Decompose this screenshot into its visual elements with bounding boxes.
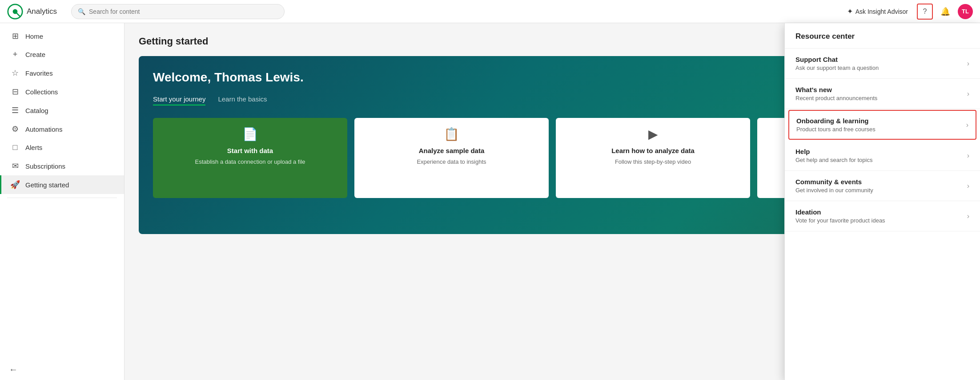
card-title-analyze-sample: Analyze sample data [419, 147, 485, 154]
card-icon-start-data: 📄 [242, 127, 258, 141]
card-title-learn-analyze: Learn how to analyze data [611, 147, 695, 154]
layout: ⊞ Home + Create ☆ Favorites ⊟ Collection… [0, 23, 980, 380]
sidebar-item-subscriptions[interactable]: ✉ Subscriptions [0, 157, 124, 175]
search-input[interactable] [89, 8, 278, 15]
rc-chevron-support-chat: › [967, 60, 969, 68]
sidebar-item-alerts[interactable]: □ Alerts [0, 138, 124, 157]
rc-title-community-events: Community & events [795, 178, 962, 186]
rc-title-ideation: Ideation [795, 208, 962, 216]
sidebar-icon-subscriptions: ✉ [10, 161, 20, 171]
topbar: Analytics 🔍 ✦ Ask Insight Advisor ? 🔔 TL [0, 0, 980, 23]
sidebar-label-subscriptions: Subscriptions [25, 162, 65, 170]
sidebar-icon-favorites: ☆ [10, 68, 20, 78]
rc-item-support-chat[interactable]: Support Chat Ask our support team a ques… [785, 49, 980, 79]
rc-item-onboarding-learning[interactable]: Onboarding & learning Product tours and … [788, 110, 976, 140]
sidebar-icon-getting-started: 🚀 [10, 180, 20, 190]
sidebar-label-catalog: Catalog [25, 107, 48, 114]
rc-content-support-chat: Support Chat Ask our support team a ques… [795, 56, 962, 71]
svg-line-2 [17, 13, 20, 16]
rc-chevron-whats-new: › [967, 90, 969, 98]
sidebar-label-alerts: Alerts [25, 144, 42, 151]
qlik-logo-svg [7, 4, 23, 20]
sidebar-label-favorites: Favorites [25, 69, 53, 77]
journey-card-start-data[interactable]: 📄 Start with data Establish a data conne… [153, 118, 347, 198]
sidebar-label-collections: Collections [25, 88, 58, 96]
user-avatar[interactable]: TL [958, 4, 973, 19]
sidebar-item-catalog[interactable]: ☰ Catalog [0, 101, 124, 120]
rc-desc-support-chat: Ask our support team a question [795, 65, 962, 71]
rc-desc-onboarding-learning: Product tours and free courses [796, 126, 961, 133]
rc-chevron-community-events: › [967, 182, 969, 190]
rc-content-help: Help Get help and search for topics [795, 148, 962, 163]
rc-desc-help: Get help and search for topics [795, 157, 962, 163]
sparkle-icon: ✦ [847, 7, 853, 16]
journey-tab-basics[interactable]: Learn the basics [218, 95, 267, 105]
card-icon-analyze-sample: 📋 [444, 127, 459, 141]
sidebar-divider [7, 198, 117, 198]
app-name: Analytics [27, 7, 57, 16]
notifications-button[interactable]: 🔔 [937, 4, 953, 20]
journey-card-learn-analyze[interactable]: ▶ Learn how to analyze data Follow this … [556, 118, 750, 198]
rc-content-whats-new: What's new Recent product announcements [795, 86, 962, 101]
sidebar-label-getting-started: Getting started [25, 181, 69, 189]
rc-item-community-events[interactable]: Community & events Get involved in our c… [785, 171, 980, 201]
resource-center-panel: Resource center Support Chat Ask our sup… [784, 23, 980, 380]
insight-advisor-button[interactable]: ✦ Ask Insight Advisor [843, 4, 912, 18]
help-button[interactable]: ? [917, 4, 933, 20]
user-initials: TL [962, 8, 969, 15]
rc-chevron-onboarding-learning: › [966, 121, 968, 129]
rc-title-onboarding-learning: Onboarding & learning [796, 117, 961, 125]
sidebar-label-home: Home [25, 32, 43, 40]
sidebar-item-favorites[interactable]: ☆ Favorites [0, 64, 124, 82]
sidebar-label-create: Create [25, 51, 45, 58]
rc-content-ideation: Ideation Vote for your favorite product … [795, 208, 962, 224]
insight-advisor-label: Ask Insight Advisor [855, 8, 908, 15]
card-desc-learn-analyze: Follow this step-by-step video [615, 158, 691, 166]
sidebar-collapse-button[interactable]: ← [0, 359, 124, 380]
sidebar-item-create[interactable]: + Create [0, 45, 124, 64]
card-title-start-data: Start with data [227, 147, 273, 154]
card-icon-learn-analyze: ▶ [648, 127, 658, 141]
sidebar-icon-automations: ⚙ [10, 124, 20, 134]
journey-tab-journey[interactable]: Start your journey [153, 95, 205, 105]
rc-desc-community-events: Get involved in our community [795, 187, 962, 194]
sidebar-item-collections[interactable]: ⊟ Collections [0, 82, 124, 101]
sidebar-icon-create: + [10, 50, 20, 59]
sidebar-item-home[interactable]: ⊞ Home [0, 27, 124, 45]
sidebar-icon-home: ⊞ [10, 31, 20, 41]
sidebar: ⊞ Home + Create ☆ Favorites ⊟ Collection… [0, 23, 125, 380]
rc-title-whats-new: What's new [795, 86, 962, 93]
rc-item-whats-new[interactable]: What's new Recent product announcements … [785, 79, 980, 109]
rc-item-help[interactable]: Help Get help and search for topics › [785, 141, 980, 171]
sidebar-icon-collections: ⊟ [10, 87, 20, 97]
rc-chevron-help: › [967, 152, 969, 160]
resource-center-header: Resource center [785, 23, 980, 49]
card-desc-start-data: Establish a data connection or upload a … [195, 158, 305, 166]
logo[interactable]: Analytics [7, 4, 57, 20]
sidebar-label-automations: Automations [25, 125, 62, 133]
sidebar-item-getting-started[interactable]: 🚀 Getting started [0, 175, 124, 194]
journey-card-analyze-sample[interactable]: 📋 Analyze sample data Experience data to… [354, 118, 549, 198]
search-bar[interactable]: 🔍 [71, 4, 285, 19]
sidebar-item-automations[interactable]: ⚙ Automations [0, 120, 124, 138]
rc-item-ideation[interactable]: Ideation Vote for your favorite product … [785, 201, 980, 231]
rc-chevron-ideation: › [967, 212, 969, 220]
rc-content-onboarding-learning: Onboarding & learning Product tours and … [796, 117, 961, 133]
sidebar-icon-catalog: ☰ [10, 105, 20, 115]
bell-icon: 🔔 [940, 7, 950, 16]
rc-desc-ideation: Vote for your favorite product ideas [795, 217, 962, 224]
rc-content-community-events: Community & events Get involved in our c… [795, 178, 962, 194]
rc-title-help: Help [795, 148, 962, 155]
topbar-right: ✦ Ask Insight Advisor ? 🔔 TL [843, 4, 973, 20]
question-icon: ? [923, 8, 927, 16]
card-desc-analyze-sample: Experience data to insights [417, 158, 486, 166]
search-icon: 🔍 [78, 8, 85, 15]
rc-desc-whats-new: Recent product announcements [795, 95, 962, 101]
rc-title-support-chat: Support Chat [795, 56, 962, 63]
sidebar-icon-alerts: □ [10, 143, 20, 152]
